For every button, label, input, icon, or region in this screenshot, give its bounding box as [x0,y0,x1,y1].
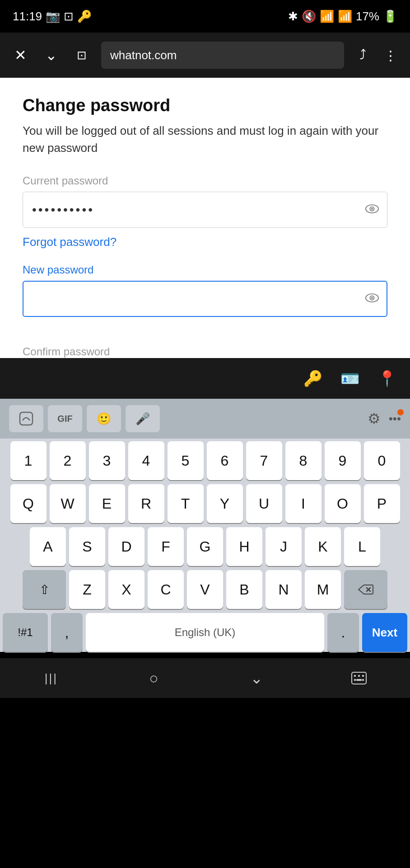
key-x[interactable]: X [108,570,144,609]
emoji-keyboard-btn[interactable]: 🙂 [87,405,121,432]
status-bar: 11:19 📷 ⊡ 🔑 ✱ 🔇 📶 📶 17% 🔋 [0,0,410,33]
key-q[interactable]: Q [10,484,47,523]
current-password-label: Current password [23,175,387,187]
keyboard-settings-icon[interactable]: ⚙ [368,410,381,427]
url-bar[interactable]: whatnot.com [101,42,344,69]
key-c[interactable]: C [148,570,184,609]
key-7[interactable]: 7 [246,441,282,480]
key-a[interactable]: A [30,527,66,566]
new-password-wrapper [23,281,387,317]
key-f[interactable]: F [148,527,184,566]
keyboard-rows: 1 2 3 4 5 6 7 8 9 0 Q W E R T Y U I O P … [0,439,410,652]
svg-point-2 [371,208,373,210]
share-button[interactable]: ⤴ [352,45,373,66]
close-button[interactable]: ✕ [9,44,32,66]
new-password-label: New password [23,264,387,276]
symbols-key[interactable]: !#1 [3,613,48,652]
key-z[interactable]: Z [69,570,105,609]
key-b[interactable]: B [226,570,262,609]
browser-toolbar: 🔑 🪪 📍 [0,358,410,399]
key-4[interactable]: 4 [128,441,164,480]
gif-keyboard-btn[interactable]: GIF [48,405,82,432]
key-j[interactable]: J [266,527,302,566]
card-icon[interactable]: 🪪 [340,369,359,387]
keyboard-more-icon[interactable]: ••• [389,412,401,426]
svg-rect-12 [356,679,362,681]
browser-actions: ⤴ ⋮ [352,45,401,66]
svg-rect-7 [352,672,366,684]
svg-point-5 [371,297,373,299]
key-6[interactable]: 6 [207,441,243,480]
nav-bar: ||| ○ ⌄ [0,658,410,698]
video-icon: 📷 [46,9,60,24]
key-p[interactable]: P [364,484,400,523]
recents-nav-button[interactable]: ⌄ [243,665,270,692]
shift-key[interactable]: ⇧ [23,570,66,609]
key-k[interactable]: K [305,527,341,566]
key-8[interactable]: 8 [285,441,321,480]
svg-rect-13 [362,679,364,681]
key-o[interactable]: O [325,484,361,523]
time-display: 11:19 [13,9,42,24]
battery-icon: 🔋 [383,9,397,24]
battery-percent: 17% [356,9,379,24]
home-nav-button[interactable]: ○ [140,665,168,692]
next-key[interactable]: Next [362,613,407,652]
key-u[interactable]: U [246,484,282,523]
new-password-eye-icon[interactable] [365,292,379,306]
mute-icon: 🔇 [302,9,316,24]
key-h[interactable]: H [226,527,262,566]
period-key[interactable]: . [327,613,359,652]
key-v[interactable]: V [187,570,223,609]
backspace-key[interactable] [344,570,387,609]
sticker-keyboard-btn[interactable] [9,405,43,432]
current-password-wrapper [23,192,387,228]
location-icon[interactable]: 📍 [377,369,396,387]
forgot-password-link[interactable]: Forgot password? [23,235,387,249]
status-bar-left: 11:19 📷 ⊡ 🔑 [13,9,92,24]
key-9[interactable]: 9 [325,441,361,480]
keyboard-nav-button[interactable] [345,665,373,692]
key-e[interactable]: E [89,484,125,523]
key-d[interactable]: D [108,527,144,566]
back-nav-button[interactable]: ||| [38,665,65,692]
svg-rect-11 [354,679,356,681]
browser-chrome: ✕ ⌄ ⊡ whatnot.com ⤴ ⋮ [0,33,410,78]
page-title: Change password [23,96,387,115]
key-5[interactable]: 5 [168,441,204,480]
menu-button[interactable]: ⋮ [380,45,401,66]
keyboard-area: GIF 🙂 🎤 ⚙ ••• 1 2 3 4 5 6 7 8 9 0 Q W E [0,399,410,652]
key-i[interactable]: I [285,484,321,523]
key-icon[interactable]: 🔑 [303,369,322,387]
key-2[interactable]: 2 [50,441,86,480]
key-l[interactable]: L [344,527,380,566]
key-small-icon: 🔑 [77,9,92,24]
mic-keyboard-btn[interactable]: 🎤 [126,405,160,432]
bluetooth-icon: ✱ [288,9,298,24]
svg-rect-9 [358,675,360,677]
key-0[interactable]: 0 [364,441,400,480]
current-password-eye-icon[interactable] [365,203,379,217]
key-g[interactable]: G [187,527,223,566]
current-password-input[interactable] [23,192,387,228]
key-3[interactable]: 3 [89,441,125,480]
key-w[interactable]: W [50,484,86,523]
space-key[interactable]: English (UK) [86,613,324,652]
dropdown-button[interactable]: ⌄ [40,44,62,66]
key-y[interactable]: Y [207,484,243,523]
url-text: whatnot.com [110,48,177,62]
key-s[interactable]: S [69,527,105,566]
comma-key[interactable]: , [51,613,83,652]
zxcv-row: ⇧ Z X C V B N M [3,570,407,609]
tabs-button[interactable]: ⊡ [70,44,93,66]
qwerty-row: Q W E R T Y U I O P [3,484,407,523]
key-m[interactable]: M [305,570,341,609]
wifi-icon: 📶 [320,9,334,24]
svg-rect-10 [362,675,364,677]
key-n[interactable]: N [266,570,302,609]
new-password-input[interactable] [23,281,387,317]
key-1[interactable]: 1 [10,441,47,480]
key-r[interactable]: R [128,484,164,523]
key-t[interactable]: T [168,484,204,523]
svg-rect-6 [20,412,33,425]
